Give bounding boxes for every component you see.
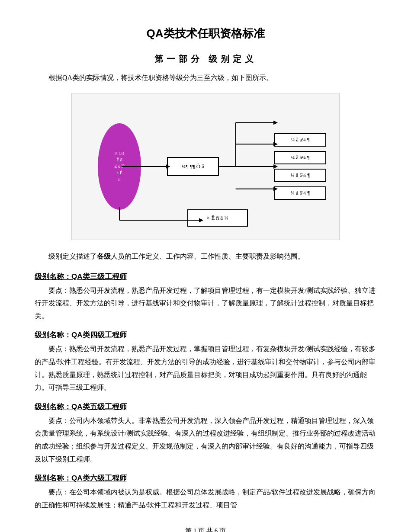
intro-paragraph: 根据QA类的实际情况，将技术任职资格等级分为三至六级，如下图所示。: [35, 72, 376, 84]
highlight-text: 各级: [97, 253, 111, 260]
page-title: QA类技术任职资格标准: [35, 26, 376, 41]
middle-box-text: ¼¶ ¶¶ Ò å: [182, 163, 204, 170]
svg-marker-5: [273, 120, 278, 125]
level4-content: 要点：熟悉公司开发流程，熟悉产品开发过程，掌握项目管理过程，有复杂模块开发/测试…: [35, 343, 376, 394]
level3-title: 级别名称：QA类三级工程师: [35, 272, 376, 282]
right-boxes: ¼ ã a¼ ¶ ¼ ã a¼ ¶ ¼ ã 6¼ ¶ ¼ ã 6¼ ¶: [274, 133, 326, 200]
level6-content: 要点：在公司本领域内被认为是权威。根据公司总体发展战略，制定产品/软件过程改进发…: [35, 486, 376, 511]
level4-title: 级别名称：QA类四级工程师: [35, 330, 376, 340]
level5-content: 要点：公司内本领域带头人。非常熟悉公司开发流程，深入领会产品开发过程，精通项目管…: [35, 414, 376, 465]
bottom-box-text: × Ê ñ ã ¼: [207, 215, 228, 221]
section1-title: 第一部分 级别定义: [35, 53, 376, 65]
bottom-box: × Ê ñ ã ¼: [187, 209, 248, 227]
right-box-1: ¼ ã a¼ ¶: [274, 133, 326, 147]
diagram-note: 级别定义描述了各级人员的工作定义、工作内容、工作性质、主要职责及影响范围。: [35, 250, 376, 263]
level6-title: 级别名称：QA类六级工程师: [35, 473, 376, 483]
oval-text: ¼ 1/4Ê õË ô Î°× Êñ: [114, 150, 124, 183]
level-diagram: ¼ 1/4Ê õË ô Î°× Êñ ¼¶ ¶¶ Ò å ¼ ã a¼ ¶ ¼ …: [71, 93, 340, 240]
oval-shape: ¼ 1/4Ê õË ô Î°× Êñ: [98, 123, 141, 210]
right-box-4: ¼ ã 6¼ ¶: [274, 186, 326, 200]
level5-title: 级别名称：QA类五级工程师: [35, 402, 376, 412]
page-footer: 第 1 页 共 6 页: [35, 527, 376, 532]
right-box-2: ¼ ã a¼ ¶: [274, 151, 326, 164]
level3-content: 要点：熟悉公司开发流程，熟悉产品开发过程，了解项目管理过程，有一定模块开发/测试…: [35, 284, 376, 323]
middle-box: ¼¶ ¶¶ Ò å: [167, 157, 219, 176]
right-box-3: ¼ ã 6¼ ¶: [274, 169, 326, 182]
